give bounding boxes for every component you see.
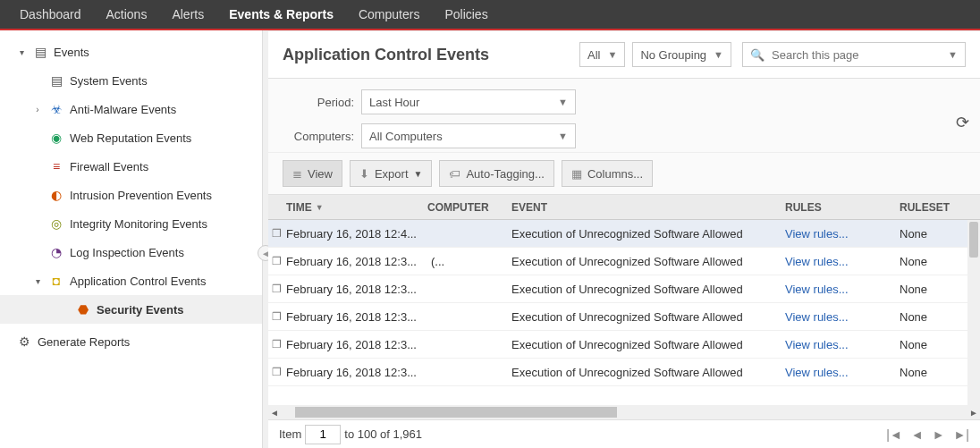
search-icon: 🔍 (750, 48, 765, 62)
table-row[interactable]: ❐February 16, 2018 12:3...Execution of U… (268, 331, 980, 359)
sidebar-item-system-events[interactable]: ▤System Events (0, 66, 262, 95)
sidebar-item-application-control-events[interactable]: ▾◘Application Control Events (0, 266, 262, 295)
view-rules-link[interactable]: View rules... (785, 283, 849, 296)
cell-time: February 16, 2018 12:3... (286, 255, 427, 268)
ac-icon: ◘ (48, 273, 64, 289)
nav-dashboard[interactable]: Dashboard (7, 0, 94, 30)
computers-label: Computers: (283, 130, 354, 143)
scrollbar-thumb[interactable] (969, 222, 978, 258)
view-rules-link[interactable]: View rules... (785, 255, 849, 268)
scrollbar-track[interactable] (284, 407, 964, 418)
sidebar-item-log-inspection-events[interactable]: ◔Log Inspection Events (0, 238, 262, 266)
cell-time: February 16, 2018 12:3... (286, 310, 427, 324)
document-icon: ❐ (272, 255, 286, 267)
grouping-select[interactable]: No Grouping ▼ (632, 42, 731, 67)
nav-alerts[interactable]: Alerts (159, 0, 216, 30)
refresh-icon[interactable]: ⟳ (956, 113, 969, 132)
pager-next-icon[interactable]: ► (933, 427, 945, 442)
table-row[interactable]: ❐February 16, 2018 12:3...Execution of U… (268, 359, 980, 386)
table-row[interactable]: ❐February 16, 2018 12:3...Execution of U… (268, 275, 980, 303)
search-input[interactable] (772, 48, 941, 62)
sidebar-item-intrusion-prevention-events[interactable]: ◐Intrusion Prevention Events (0, 181, 262, 209)
sidebar-root-events[interactable]: ▾ ▤ Events (0, 38, 262, 66)
cell-time: February 16, 2018 12:3... (286, 338, 427, 351)
column-header-computer[interactable]: COMPUTER (427, 201, 511, 214)
document-icon: ❐ (272, 366, 286, 378)
sidebar-item-label: System Events (70, 74, 148, 88)
chevron-right-icon: › (32, 105, 43, 114)
view-rules-link[interactable]: View rules... (785, 227, 849, 241)
cell-time: February 16, 2018 12:4... (286, 227, 427, 241)
sidebar-item-security-events[interactable]: ⬣Security Events (0, 295, 262, 324)
column-header-rules[interactable]: RULES (785, 201, 900, 214)
sidebar-item-firewall-events[interactable]: ≡Firewall Events (0, 152, 262, 181)
autotag-button[interactable]: 🏷Auto-Tagging... (439, 160, 553, 187)
nav-computers[interactable]: Computers (346, 0, 432, 30)
cell-ruleset: None (900, 255, 971, 268)
document-icon: ❐ (272, 310, 286, 323)
page-title: Application Control Events (283, 46, 489, 64)
cell-rules: View rules... (785, 366, 900, 379)
view-rules-link[interactable]: View rules... (785, 338, 849, 351)
chevron-down-icon: ▼ (414, 169, 423, 179)
table-row[interactable]: ❐February 16, 2018 12:3...(...Execution … (268, 248, 980, 275)
nav-events-reports[interactable]: Events & Reports (216, 0, 346, 30)
column-header-time[interactable]: TIME▼ (286, 201, 427, 214)
pager-item-label: Item (279, 427, 301, 441)
column-header-ruleset[interactable]: RULESET (900, 201, 971, 214)
chevron-down-icon: ▼ (558, 131, 568, 141)
chevron-down-icon: ▼ (714, 49, 723, 60)
horizontal-scrollbar[interactable]: ◄ ► (268, 405, 980, 419)
sidebar-item-integrity-monitoring-events[interactable]: ◎Integrity Monitoring Events (0, 209, 262, 238)
cell-rules: View rules... (785, 227, 900, 241)
period-label: Period: (283, 96, 354, 109)
cell-event: Execution of Unrecognized Software Allow… (511, 366, 785, 379)
pager-prev-icon[interactable]: ◄ (911, 427, 924, 442)
view-rules-link[interactable]: View rules... (785, 366, 849, 379)
cell-event: Execution of Unrecognized Software Allow… (511, 255, 785, 268)
cell-ruleset: None (900, 283, 971, 296)
scrollbar-thumb[interactable] (295, 407, 617, 418)
chevron-down-icon: ▼ (608, 49, 618, 60)
cell-event: Execution of Unrecognized Software Allow… (511, 227, 785, 241)
sidebar: ▾ ▤ Events ▤System Events›☣Anti-Malware … (0, 30, 263, 448)
scroll-right-icon[interactable]: ► (967, 408, 980, 418)
top-nav: DashboardActionsAlertsEvents & ReportsCo… (0, 0, 980, 30)
list-icon: ≣ (292, 167, 302, 181)
vertical-scrollbar[interactable] (967, 220, 980, 405)
cell-time: February 16, 2018 12:3... (286, 283, 427, 296)
sidebar-generate-reports[interactable]: ⚙ Generate Reports (0, 327, 262, 356)
columns-button[interactable]: ▦Columns... (562, 160, 653, 187)
cell-event: Execution of Unrecognized Software Allow… (511, 310, 785, 324)
sidebar-item-anti-malware-events[interactable]: ›☣Anti-Malware Events (0, 95, 262, 123)
reports-icon: ⚙ (16, 334, 32, 350)
li-icon: ◔ (48, 244, 64, 260)
grid-body: ❐February 16, 2018 12:4...Execution of U… (268, 220, 980, 405)
sidebar-item-label: Log Inspection Events (70, 246, 184, 259)
nav-policies[interactable]: Policies (432, 0, 500, 30)
document-icon: ❐ (272, 283, 286, 295)
cell-computer (427, 283, 511, 296)
table-row[interactable]: ❐February 16, 2018 12:3...Execution of U… (268, 303, 980, 331)
table-row[interactable]: ❐February 16, 2018 12:4...Execution of U… (268, 220, 980, 248)
sort-desc-icon: ▼ (316, 203, 324, 212)
search-box[interactable]: 🔍 ▼ (742, 42, 966, 67)
sys-icon: ▤ (48, 72, 64, 89)
sec-icon: ⬣ (75, 301, 91, 317)
computers-select[interactable]: All Computers ▼ (361, 123, 576, 148)
period-select[interactable]: Last Hour ▼ (361, 89, 576, 114)
scroll-left-icon[interactable]: ◄ (268, 408, 281, 418)
chevron-down-icon: ▼ (558, 97, 568, 107)
cell-time: February 16, 2018 12:3... (286, 366, 427, 379)
nav-actions[interactable]: Actions (94, 0, 160, 30)
export-button[interactable]: ⬇Export▼ (350, 160, 432, 187)
column-header-event[interactable]: EVENT (511, 201, 785, 214)
sidebar-item-web-reputation-events[interactable]: ◉Web Reputation Events (0, 123, 262, 152)
pager-current-input[interactable] (305, 425, 341, 444)
view-button[interactable]: ≣View (283, 160, 342, 187)
pager-first-icon[interactable]: |◄ (886, 427, 902, 442)
pager-last-icon[interactable]: ►| (954, 427, 970, 442)
pager-range: to 100 of 1,961 (344, 427, 422, 441)
view-rules-link[interactable]: View rules... (785, 310, 849, 324)
filter-all-select[interactable]: All ▼ (579, 42, 625, 67)
